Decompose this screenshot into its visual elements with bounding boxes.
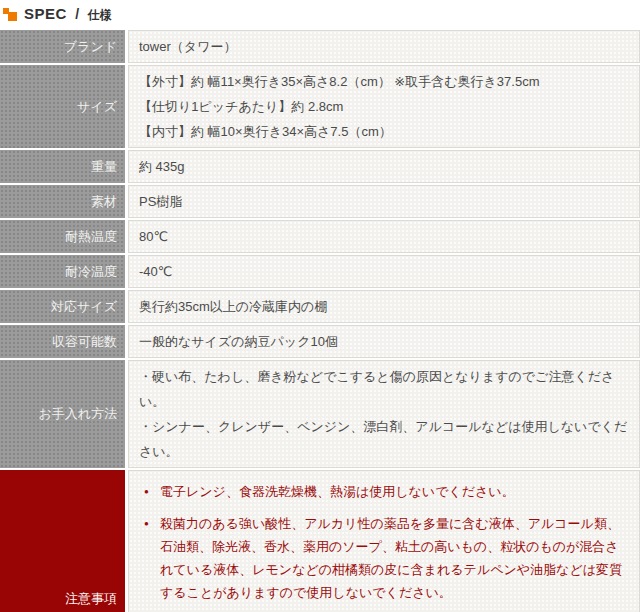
row-value: tower（タワー） [128,30,640,63]
row-value: 【外寸】約 幅11×奥行き35×高さ8.2（cm） ※取手含む奥行き37.5cm… [128,65,640,148]
spec-table: ブランド tower（タワー） サイズ 【外寸】約 幅11×奥行き35×高さ8.… [0,30,640,612]
row-value: 奥行約35cm以上の冷蔵庫内の棚 [128,290,640,323]
row-value: ・硬い布、たわし、磨き粉などでこすると傷の原因となりますのでご注意ください。 ・… [128,360,640,468]
spec-row-weight: 重量 約 435g [0,150,640,183]
spec-row-capacity: 収容可能数 一般的なサイズの納豆パック10個 [0,325,640,358]
row-label: 対応サイズ [0,290,125,323]
row-label: 耐冷温度 [0,255,125,288]
spec-row-material: 素材 PS樹脂 [0,185,640,218]
row-label: 耐熱温度 [0,220,125,253]
spec-row-heat-resistance: 耐熱温度 80℃ [0,220,640,253]
row-label: サイズ [0,65,125,148]
page-title-ja: 仕様 [88,8,112,22]
row-label: 素材 [0,185,125,218]
page-title-en: SPEC [24,5,67,22]
orange-step-squares-icon [3,7,18,22]
caution-item: 殺菌力のある強い酸性、アルカリ性の薬品を多量に含む液体、アルコール類、石油類、除… [141,512,627,604]
row-label: 注意事項 [0,470,125,612]
spec-row-compatible-size: 対応サイズ 奥行約35cm以上の冷蔵庫内の棚 [0,290,640,323]
caution-value: 電子レンジ、食器洗乾燥機、熱湯は使用しないでください。 殺菌力のある強い酸性、ア… [128,470,640,612]
row-label: お手入れ方法 [0,360,125,468]
caution-item: 電子レンジ、食器洗乾燥機、熱湯は使用しないでください。 [141,480,627,503]
caution-list: 電子レンジ、食器洗乾燥機、熱湯は使用しないでください。 殺菌力のある強い酸性、ア… [141,480,627,612]
spec-header: SPEC / 仕様 [0,3,640,25]
row-label: 収容可能数 [0,325,125,358]
spec-row-cold-resistance: 耐冷温度 -40℃ [0,255,640,288]
row-value: -40℃ [128,255,640,288]
row-value: PS樹脂 [128,185,640,218]
spec-row-caution: 注意事項 電子レンジ、食器洗乾燥機、熱湯は使用しないでください。 殺菌力のある強… [0,470,640,612]
spec-row-size: サイズ 【外寸】約 幅11×奥行き35×高さ8.2（cm） ※取手含む奥行き37… [0,65,640,148]
row-value: 80℃ [128,220,640,253]
page-title: SPEC / 仕様 [24,5,112,24]
row-label: 重量 [0,150,125,183]
product-spec-section: SPEC / 仕様 ブランド tower（タワー） サイズ 【外寸】約 幅11×… [0,0,640,612]
row-label: ブランド [0,30,125,63]
spec-row-care: お手入れ方法 ・硬い布、たわし、磨き粉などでこすると傷の原因となりますのでご注意… [0,360,640,468]
row-value: 約 435g [128,150,640,183]
row-value: 一般的なサイズの納豆パック10個 [128,325,640,358]
spec-row-brand: ブランド tower（タワー） [0,30,640,63]
page-title-divider: / [75,6,79,22]
